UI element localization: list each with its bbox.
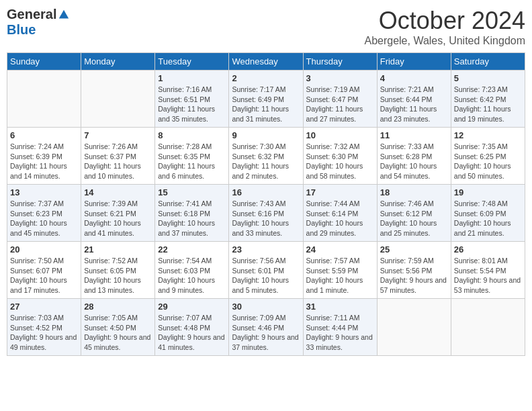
- day-number: 5: [454, 73, 522, 83]
- calendar-day-cell: 31Sunrise: 7:11 AM Sunset: 4:44 PM Dayli…: [303, 299, 377, 356]
- day-info: Sunrise: 7:03 AM Sunset: 4:52 PM Dayligh…: [10, 313, 78, 353]
- day-info: Sunrise: 7:48 AM Sunset: 6:09 PM Dayligh…: [454, 199, 522, 238]
- day-number: 26: [454, 244, 522, 255]
- logo-blue-text: Blue: [7, 22, 36, 38]
- weekday-header-thursday: Thursday: [303, 53, 377, 71]
- day-info: Sunrise: 7:50 AM Sunset: 6:07 PM Dayligh…: [10, 256, 78, 295]
- calendar-day-cell: [7, 71, 81, 128]
- day-number: 19: [454, 187, 522, 197]
- day-number: 10: [306, 130, 374, 140]
- calendar-table: SundayMondayTuesdayWednesdayThursdayFrid…: [7, 52, 525, 356]
- calendar-day-cell: 10Sunrise: 7:32 AM Sunset: 6:30 PM Dayli…: [303, 128, 377, 185]
- calendar-day-cell: 23Sunrise: 7:56 AM Sunset: 6:01 PM Dayli…: [229, 242, 303, 299]
- calendar-day-cell: [451, 299, 525, 356]
- day-number: 13: [10, 187, 78, 197]
- day-info: Sunrise: 7:28 AM Sunset: 6:35 PM Dayligh…: [158, 142, 226, 181]
- calendar-day-cell: 24Sunrise: 7:57 AM Sunset: 5:59 PM Dayli…: [303, 242, 377, 299]
- calendar-day-cell: 3Sunrise: 7:19 AM Sunset: 6:47 PM Daylig…: [303, 71, 377, 128]
- day-number: 14: [84, 187, 152, 197]
- day-number: 11: [380, 130, 448, 140]
- day-info: Sunrise: 7:35 AM Sunset: 6:25 PM Dayligh…: [454, 142, 522, 181]
- day-number: 9: [232, 130, 300, 140]
- day-info: Sunrise: 7:54 AM Sunset: 6:03 PM Dayligh…: [158, 256, 226, 295]
- logo-general-text: General: [7, 7, 56, 22]
- day-info: Sunrise: 7:19 AM Sunset: 6:47 PM Dayligh…: [306, 85, 374, 124]
- day-info: Sunrise: 7:07 AM Sunset: 4:48 PM Dayligh…: [158, 313, 226, 353]
- calendar-day-cell: 6Sunrise: 7:24 AM Sunset: 6:39 PM Daylig…: [7, 128, 81, 185]
- day-number: 15: [158, 187, 226, 197]
- day-number: 6: [10, 130, 78, 140]
- calendar-day-cell: 1Sunrise: 7:16 AM Sunset: 6:51 PM Daylig…: [155, 71, 229, 128]
- calendar-day-cell: [377, 299, 451, 356]
- weekday-header-saturday: Saturday: [451, 53, 525, 71]
- day-number: 28: [84, 302, 152, 312]
- day-info: Sunrise: 7:41 AM Sunset: 6:18 PM Dayligh…: [158, 199, 226, 238]
- calendar-week-row: 6Sunrise: 7:24 AM Sunset: 6:39 PM Daylig…: [7, 128, 525, 185]
- calendar-day-cell: 13Sunrise: 7:37 AM Sunset: 6:23 PM Dayli…: [7, 185, 81, 242]
- day-info: Sunrise: 7:37 AM Sunset: 6:23 PM Dayligh…: [10, 199, 78, 238]
- day-number: 24: [306, 244, 374, 255]
- day-info: Sunrise: 7:26 AM Sunset: 6:37 PM Dayligh…: [84, 142, 152, 181]
- day-number: 4: [380, 73, 448, 83]
- calendar-day-cell: 26Sunrise: 8:01 AM Sunset: 5:54 PM Dayli…: [451, 242, 525, 299]
- day-number: 18: [380, 187, 448, 197]
- day-info: Sunrise: 7:56 AM Sunset: 6:01 PM Dayligh…: [232, 256, 300, 295]
- calendar-header-row: SundayMondayTuesdayWednesdayThursdayFrid…: [7, 53, 525, 71]
- day-number: 27: [10, 302, 78, 312]
- day-info: Sunrise: 7:44 AM Sunset: 6:14 PM Dayligh…: [306, 199, 374, 238]
- calendar-day-cell: 9Sunrise: 7:30 AM Sunset: 6:32 PM Daylig…: [229, 128, 303, 185]
- day-info: Sunrise: 7:09 AM Sunset: 4:46 PM Dayligh…: [232, 313, 300, 353]
- weekday-header-monday: Monday: [81, 53, 155, 71]
- calendar-day-cell: 16Sunrise: 7:43 AM Sunset: 6:16 PM Dayli…: [229, 185, 303, 242]
- day-number: 7: [84, 130, 152, 140]
- day-number: 20: [10, 244, 78, 255]
- day-number: 3: [306, 73, 374, 83]
- calendar-day-cell: 2Sunrise: 7:17 AM Sunset: 6:49 PM Daylig…: [229, 71, 303, 128]
- day-number: 17: [306, 187, 374, 197]
- weekday-header-sunday: Sunday: [7, 53, 81, 71]
- calendar-day-cell: 12Sunrise: 7:35 AM Sunset: 6:25 PM Dayli…: [451, 128, 525, 185]
- page-header: General Blue October 2024 Abergele, Wale…: [7, 7, 525, 47]
- day-number: 16: [232, 187, 300, 197]
- title-block: October 2024 Abergele, Wales, United Kin…: [364, 7, 525, 47]
- calendar-day-cell: 19Sunrise: 7:48 AM Sunset: 6:09 PM Dayli…: [451, 185, 525, 242]
- day-number: 12: [454, 130, 522, 140]
- day-number: 21: [84, 244, 152, 255]
- calendar-day-cell: 14Sunrise: 7:39 AM Sunset: 6:21 PM Dayli…: [81, 185, 155, 242]
- day-number: 22: [158, 244, 226, 255]
- calendar-day-cell: 29Sunrise: 7:07 AM Sunset: 4:48 PM Dayli…: [155, 299, 229, 356]
- calendar-day-cell: 21Sunrise: 7:52 AM Sunset: 6:05 PM Dayli…: [81, 242, 155, 299]
- calendar-week-row: 20Sunrise: 7:50 AM Sunset: 6:07 PM Dayli…: [7, 242, 525, 299]
- calendar-day-cell: 22Sunrise: 7:54 AM Sunset: 6:03 PM Dayli…: [155, 242, 229, 299]
- weekday-header-friday: Friday: [377, 53, 451, 71]
- calendar-day-cell: 15Sunrise: 7:41 AM Sunset: 6:18 PM Dayli…: [155, 185, 229, 242]
- day-info: Sunrise: 7:30 AM Sunset: 6:32 PM Dayligh…: [232, 142, 300, 181]
- day-info: Sunrise: 7:33 AM Sunset: 6:28 PM Dayligh…: [380, 142, 448, 181]
- calendar-day-cell: 30Sunrise: 7:09 AM Sunset: 4:46 PM Dayli…: [229, 299, 303, 356]
- calendar-day-cell: [81, 71, 155, 128]
- day-number: 8: [158, 130, 226, 140]
- day-info: Sunrise: 7:46 AM Sunset: 6:12 PM Dayligh…: [380, 199, 448, 238]
- location-subtitle: Abergele, Wales, United Kingdom: [364, 35, 525, 47]
- day-info: Sunrise: 7:39 AM Sunset: 6:21 PM Dayligh…: [84, 199, 152, 238]
- day-info: Sunrise: 7:52 AM Sunset: 6:05 PM Dayligh…: [84, 256, 152, 295]
- day-number: 30: [232, 302, 300, 312]
- day-info: Sunrise: 7:43 AM Sunset: 6:16 PM Dayligh…: [232, 199, 300, 238]
- calendar-week-row: 13Sunrise: 7:37 AM Sunset: 6:23 PM Dayli…: [7, 185, 525, 242]
- calendar-day-cell: 25Sunrise: 7:59 AM Sunset: 5:56 PM Dayli…: [377, 242, 451, 299]
- day-info: Sunrise: 8:01 AM Sunset: 5:54 PM Dayligh…: [454, 256, 522, 295]
- day-number: 25: [380, 244, 448, 255]
- day-info: Sunrise: 7:21 AM Sunset: 6:44 PM Dayligh…: [380, 85, 448, 124]
- day-info: Sunrise: 7:32 AM Sunset: 6:30 PM Dayligh…: [306, 142, 374, 181]
- logo: General Blue: [7, 7, 70, 38]
- calendar-day-cell: 11Sunrise: 7:33 AM Sunset: 6:28 PM Dayli…: [377, 128, 451, 185]
- weekday-header-tuesday: Tuesday: [155, 53, 229, 71]
- day-info: Sunrise: 7:23 AM Sunset: 6:42 PM Dayligh…: [454, 85, 522, 124]
- day-info: Sunrise: 7:16 AM Sunset: 6:51 PM Dayligh…: [158, 85, 226, 124]
- calendar-day-cell: 17Sunrise: 7:44 AM Sunset: 6:14 PM Dayli…: [303, 185, 377, 242]
- calendar-day-cell: 4Sunrise: 7:21 AM Sunset: 6:44 PM Daylig…: [377, 71, 451, 128]
- day-number: 1: [158, 73, 226, 83]
- day-number: 23: [232, 244, 300, 255]
- calendar-week-row: 27Sunrise: 7:03 AM Sunset: 4:52 PM Dayli…: [7, 299, 525, 356]
- day-info: Sunrise: 7:57 AM Sunset: 5:59 PM Dayligh…: [306, 256, 374, 295]
